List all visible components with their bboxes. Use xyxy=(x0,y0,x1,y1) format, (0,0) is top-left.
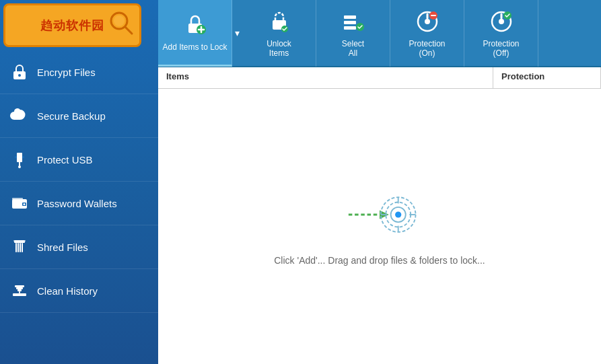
unlock-items-button[interactable]: UnlockItems xyxy=(242,0,316,67)
svg-rect-17 xyxy=(20,243,21,252)
add-items-button[interactable]: Add Items to Lock xyxy=(158,0,232,67)
unlock-items-label: UnlockItems xyxy=(267,39,291,59)
toolbar: Add Items to Lock ▾ UnlockItems xyxy=(158,0,601,67)
shred-icon xyxy=(10,238,29,256)
svg-rect-8 xyxy=(15,156,17,158)
magnifier-icon xyxy=(107,9,134,36)
svg-rect-22 xyxy=(16,287,23,289)
svg-rect-31 xyxy=(344,15,356,19)
sidebar: 趋动软件园 Encrypt Files Secure Backup Protec… xyxy=(0,0,158,364)
sidebar-logo: 趋动软件园 xyxy=(3,3,141,47)
select-all-label: SelectAll xyxy=(342,39,364,59)
svg-point-42 xyxy=(499,19,504,24)
svg-rect-13 xyxy=(12,198,23,200)
protection-on-button[interactable]: Protection(On) xyxy=(390,0,464,67)
sidebar-item-encrypt-files[interactable]: Encrypt Files xyxy=(0,50,158,94)
wallet-icon xyxy=(10,194,29,213)
drag-drop-icon xyxy=(339,188,420,242)
cloud-icon xyxy=(10,106,29,125)
svg-rect-5 xyxy=(17,153,22,162)
protection-off-label: Protection(Off) xyxy=(483,39,519,59)
svg-point-4 xyxy=(18,74,21,77)
protection-off-button[interactable]: Protection(Off) xyxy=(464,0,538,67)
unlock-icon xyxy=(266,8,293,35)
dropdown-arrow[interactable]: ▾ xyxy=(232,28,242,38)
items-column-header: Items xyxy=(158,67,493,88)
svg-rect-16 xyxy=(17,243,19,252)
svg-rect-18 xyxy=(22,243,23,252)
protection-on-label: Protection(On) xyxy=(409,39,445,59)
svg-rect-9 xyxy=(22,156,24,158)
svg-point-7 xyxy=(18,166,21,168)
svg-rect-33 xyxy=(344,26,356,30)
content-area: Items Protection xyxy=(158,67,601,364)
clean-icon xyxy=(10,281,29,300)
svg-point-1 xyxy=(114,15,125,26)
svg-point-12 xyxy=(24,203,26,205)
select-all-icon xyxy=(340,8,367,35)
sidebar-item-secure-backup[interactable]: Secure Backup xyxy=(0,94,158,138)
svg-line-2 xyxy=(125,27,132,34)
content-body: Click 'Add'... Drag and drop files & fol… xyxy=(158,89,601,364)
empty-message: Click 'Add'... Drag and drop files & fol… xyxy=(274,255,485,266)
usb-icon xyxy=(10,150,29,169)
add-items-wrapper: Add Items to Lock ▾ xyxy=(158,0,242,66)
svg-point-37 xyxy=(425,19,430,24)
sidebar-item-label: Encrypt Files xyxy=(37,67,96,78)
svg-rect-24 xyxy=(19,291,20,293)
svg-rect-15 xyxy=(15,243,17,252)
svg-point-49 xyxy=(395,211,401,217)
sidebar-item-clean-history[interactable]: Clean History xyxy=(0,269,158,313)
sidebar-item-protect-usb[interactable]: Protect USB xyxy=(0,138,158,182)
lock-icon xyxy=(10,63,29,81)
svg-rect-20 xyxy=(13,293,26,296)
sidebar-item-shred-files[interactable]: Shred Files xyxy=(0,225,158,269)
add-lock-icon xyxy=(182,11,209,38)
logo-text: 趋动软件园 xyxy=(40,17,104,34)
select-all-button[interactable]: SelectAll xyxy=(316,0,390,67)
protection-column-header: Protection xyxy=(493,67,601,88)
svg-rect-19 xyxy=(13,240,26,242)
sidebar-item-label: Secure Backup xyxy=(37,110,106,122)
svg-rect-21 xyxy=(15,285,24,287)
add-items-label: Add Items to Lock xyxy=(162,42,227,52)
sidebar-item-label: Protect USB xyxy=(37,154,93,166)
protection-on-icon xyxy=(414,8,441,35)
sidebar-item-label: Password Wallets xyxy=(37,198,117,209)
main-panel: Add Items to Lock ▾ UnlockItems xyxy=(158,0,601,364)
content-header: Items Protection xyxy=(158,67,601,89)
sidebar-item-password-wallets[interactable]: Password Wallets xyxy=(0,182,158,225)
sidebar-item-label: Shred Files xyxy=(37,242,88,253)
svg-rect-32 xyxy=(344,21,356,24)
protection-off-icon xyxy=(488,8,515,35)
svg-rect-23 xyxy=(17,289,22,291)
sidebar-item-label: Clean History xyxy=(37,285,98,297)
